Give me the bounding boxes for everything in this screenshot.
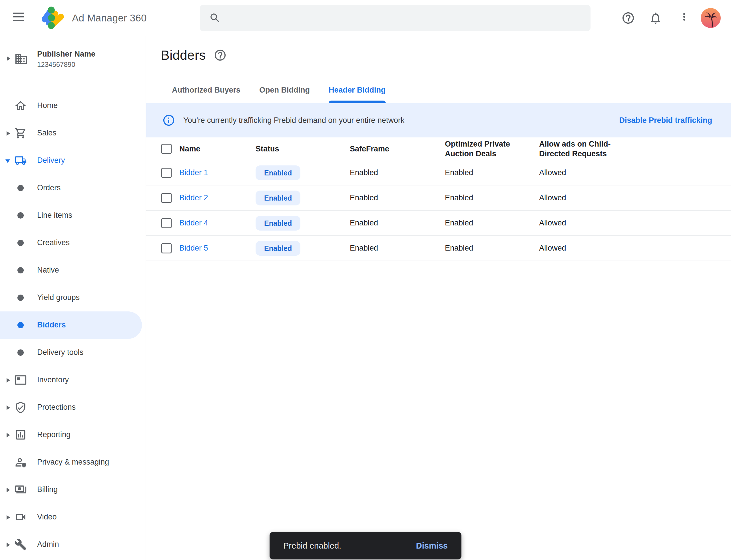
sidebar-item-billing[interactable]: Billing xyxy=(0,476,146,503)
bullet-icon xyxy=(17,267,24,273)
chevron-right-icon xyxy=(7,131,10,136)
help-icon[interactable] xyxy=(214,49,227,62)
snackbar-toast: Prebid enabled. Dismiss xyxy=(270,532,461,559)
chevron-right-icon xyxy=(7,56,10,61)
row-checkbox[interactable] xyxy=(161,218,172,228)
bidder-link[interactable]: Bidder 1 xyxy=(179,168,256,177)
sidebar-item-bidders[interactable]: Bidders xyxy=(0,311,142,339)
safeframe-value: Enabled xyxy=(350,193,445,202)
wrench-icon xyxy=(14,538,27,551)
app-title: Ad Manager 360 xyxy=(72,12,147,24)
publisher-id: 1234567890 xyxy=(37,61,75,69)
safeframe-value: Enabled xyxy=(350,244,445,253)
sidebar-item-native[interactable]: Native xyxy=(0,257,146,284)
table-row: Bidder 1 Enabled Enabled Enabled Allowed xyxy=(146,160,731,185)
disable-prebid-trafficking-link[interactable]: Disable Prebid trafficking xyxy=(619,116,712,125)
truck-icon xyxy=(14,154,27,167)
tab-authorized-buyers[interactable]: Authorized Buyers xyxy=(172,83,241,103)
column-header-safeframe: SafeFrame xyxy=(350,144,445,154)
status-badge: Enabled xyxy=(256,216,301,231)
sidebar-item-creatives[interactable]: Creatives xyxy=(0,229,146,257)
sidebar-item-sales[interactable]: Sales xyxy=(0,119,146,147)
status-badge: Enabled xyxy=(256,241,301,256)
person-shield-icon xyxy=(14,456,27,469)
child-directed-value: Allowed xyxy=(539,244,731,253)
private-auction-value: Enabled xyxy=(445,193,539,202)
chevron-right-icon xyxy=(7,405,10,410)
chevron-right-icon xyxy=(7,515,10,520)
sidebar-item-home[interactable]: Home xyxy=(0,92,146,119)
private-auction-value: Enabled xyxy=(445,244,539,253)
bullet-icon xyxy=(17,349,24,356)
sidebar-item-reporting[interactable]: Reporting xyxy=(0,421,146,449)
chevron-down-icon xyxy=(5,159,10,163)
row-checkbox[interactable] xyxy=(161,243,172,253)
sidebar-item-video[interactable]: Video xyxy=(0,503,146,531)
bullet-icon xyxy=(17,295,24,301)
sidebar-nav: Publisher Name 1234567890 Home Sales Del… xyxy=(0,36,146,560)
chevron-right-icon xyxy=(7,433,10,437)
sidebar-item-privacy-messaging[interactable]: Privacy & messaging xyxy=(0,449,146,476)
safeframe-value: Enabled xyxy=(350,219,445,227)
row-checkbox[interactable] xyxy=(161,168,172,178)
child-directed-value: Allowed xyxy=(539,193,731,202)
search-input[interactable] xyxy=(229,13,571,23)
bidder-link[interactable]: Bidder 5 xyxy=(179,244,256,253)
payments-icon xyxy=(14,483,27,496)
private-auction-value: Enabled xyxy=(445,219,539,227)
select-all-checkbox[interactable] xyxy=(161,144,172,154)
bullet-icon xyxy=(17,212,24,219)
top-app-bar: Ad Manager 360 xyxy=(0,0,731,36)
publisher-name: Publisher Name xyxy=(37,50,95,59)
bidder-link[interactable]: Bidder 4 xyxy=(179,219,256,227)
child-directed-value: Allowed xyxy=(539,219,731,227)
search-bar[interactable] xyxy=(200,5,590,31)
chevron-right-icon xyxy=(7,378,10,383)
table-row: Bidder 2 Enabled Enabled Enabled Allowed xyxy=(146,185,731,211)
tab-bar: Authorized Buyers Open Bidding Header Bi… xyxy=(172,83,404,103)
bidder-link[interactable]: Bidder 2 xyxy=(179,193,256,202)
cart-icon xyxy=(14,127,27,139)
sidebar-item-orders[interactable]: Orders xyxy=(0,174,146,202)
column-header-name: Name xyxy=(179,144,256,154)
status-badge: Enabled xyxy=(256,191,301,205)
status-badge: Enabled xyxy=(256,165,301,180)
bidders-table: Name Status SafeFrame Optimized Private … xyxy=(146,137,731,261)
bullet-icon xyxy=(17,240,24,246)
menu-icon[interactable] xyxy=(13,13,24,23)
building-icon xyxy=(14,52,28,66)
column-header-status: Status xyxy=(256,144,350,154)
help-icon[interactable] xyxy=(621,11,635,25)
safeframe-value: Enabled xyxy=(350,168,445,177)
publisher-switcher[interactable]: Publisher Name 1234567890 xyxy=(0,36,146,82)
sidebar-item-delivery[interactable]: Delivery xyxy=(0,147,146,174)
chevron-right-icon xyxy=(7,488,10,492)
active-tab-indicator xyxy=(329,101,386,103)
column-header-private-auction: Optimized Private Auction Deals xyxy=(445,139,515,159)
chevron-right-icon xyxy=(7,543,10,547)
child-directed-value: Allowed xyxy=(539,168,731,177)
tab-header-bidding[interactable]: Header Bidding xyxy=(329,83,386,103)
sidebar-item-protections[interactable]: Protections xyxy=(0,394,146,421)
sidebar-item-inventory[interactable]: Inventory xyxy=(0,366,146,394)
toast-dismiss-button[interactable]: Dismiss xyxy=(416,541,448,551)
bullet-icon xyxy=(17,322,24,328)
tab-open-bidding[interactable]: Open Bidding xyxy=(259,83,310,103)
sidebar-item-line-items[interactable]: Line items xyxy=(0,202,146,229)
table-row: Bidder 4 Enabled Enabled Enabled Allowed xyxy=(146,211,731,236)
sidebar-item-yield-groups[interactable]: Yield groups xyxy=(0,284,146,311)
account-avatar[interactable] xyxy=(701,8,721,28)
video-camera-icon xyxy=(14,511,27,523)
notifications-icon[interactable] xyxy=(649,11,662,25)
sidebar-item-delivery-tools[interactable]: Delivery tools xyxy=(0,339,146,366)
toast-message: Prebid enabled. xyxy=(283,541,341,551)
shield-check-icon xyxy=(14,401,27,414)
sidebar-item-admin[interactable]: Admin xyxy=(0,531,146,558)
overflow-menu-icon[interactable] xyxy=(678,11,690,25)
home-icon xyxy=(14,99,27,112)
ad-manager-logo-icon[interactable] xyxy=(41,5,68,32)
page-title: Bidders xyxy=(161,47,206,63)
row-checkbox[interactable] xyxy=(161,193,172,203)
banner-message: You’re currently trafficking Prebid dema… xyxy=(183,116,404,125)
info-banner: You’re currently trafficking Prebid dema… xyxy=(146,103,731,137)
